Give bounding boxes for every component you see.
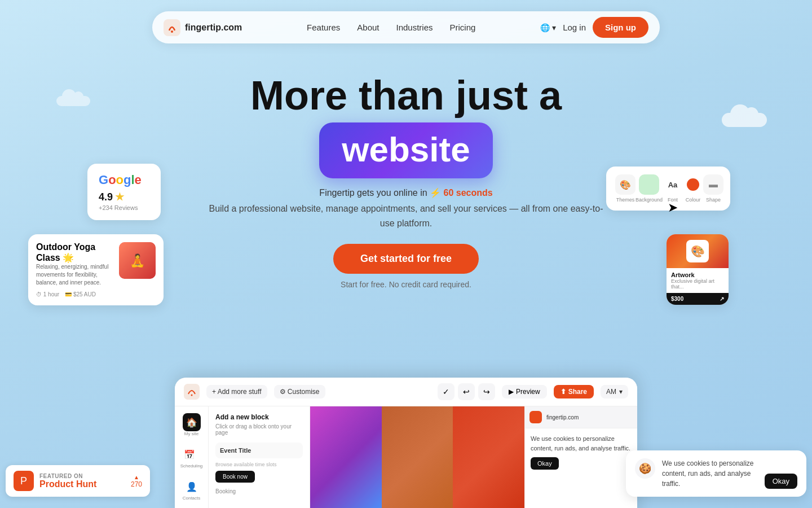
- preview-button[interactable]: ▶ Preview: [502, 385, 547, 398]
- colour-option[interactable]: Colour: [683, 174, 703, 203]
- artwork-image: 🎨: [667, 234, 729, 268]
- google-logo: Google: [99, 173, 149, 187]
- artwork-arrow-icon: ↗: [720, 296, 724, 302]
- background-option[interactable]: Background: [636, 174, 663, 203]
- cookie-text: We use cookies to personalize content, r…: [662, 458, 758, 489]
- ph-number: 270: [131, 480, 142, 488]
- rating-row: 4.9 ★: [99, 191, 149, 203]
- cookie-icon: 🍪: [635, 458, 655, 479]
- ph-featured-label: FEATURED ON: [39, 473, 125, 479]
- yoga-image: 🧘: [119, 242, 156, 279]
- nav-industries[interactable]: Industries: [396, 23, 433, 32]
- editor-topbar: + Add more stuff ⚙ Customise ✓ ↩ ↪ ▶ Pre…: [175, 378, 637, 406]
- signup-button[interactable]: Sign up: [593, 17, 648, 38]
- background-label: Background: [636, 197, 663, 203]
- canvas-image-1: [310, 406, 382, 508]
- right-panel-url: fingertip.com: [546, 414, 579, 421]
- time-label: AM: [606, 388, 616, 396]
- hero-subtitle-pre: Fingertip gets you online in ⚡: [319, 188, 443, 198]
- home-icon: 🏠: [183, 413, 201, 431]
- colour-icon: [683, 174, 703, 195]
- book-now-button[interactable]: Book now: [215, 471, 255, 483]
- rating-value: 4.9: [99, 191, 113, 203]
- customise-button[interactable]: ⚙ Customise: [274, 385, 325, 398]
- yoga-desc: Relaxing, energizing, mindful movements …: [36, 263, 113, 287]
- undo-button[interactable]: ↩: [458, 383, 475, 400]
- share-icon: ⬆: [561, 388, 566, 396]
- event-sub: Browse available time slots: [215, 462, 303, 467]
- theme-options-row: 🎨 Themes Background Aa Font Colour ▬ Sha…: [615, 174, 721, 203]
- sidebar-item-mysite[interactable]: 🏠 My site: [183, 413, 201, 436]
- yoga-price: 💳 $25 AUD: [65, 291, 96, 297]
- canvas-image-grid: [310, 406, 524, 508]
- editor-body: 🏠 My site 📅 Scheduling 👤 Contacts Add a …: [175, 406, 637, 508]
- hero-website-pill: website: [319, 122, 492, 178]
- share-label: Share: [568, 388, 587, 396]
- event-title-block[interactable]: Event Title: [215, 443, 303, 458]
- cta-button[interactable]: Get started for free: [333, 244, 479, 274]
- navbar: fingertip.com Features About Industries …: [152, 11, 660, 43]
- play-icon: ▶: [509, 388, 514, 396]
- nav-actions: 🌐 ▾ Log in Sign up: [540, 17, 648, 38]
- ph-text: FEATURED ON Product Hunt: [39, 473, 125, 489]
- nav-about[interactable]: About: [357, 23, 379, 32]
- font-option[interactable]: Aa Font: [663, 174, 683, 203]
- hero-description: Build a professional website, manage app…: [209, 202, 603, 230]
- font-icon: Aa: [663, 174, 683, 195]
- editor-canvas: [310, 406, 524, 508]
- contacts-icon: 👤: [183, 478, 201, 496]
- right-panel: fingertip.com We use cookies to personal…: [524, 406, 637, 508]
- panel-subtitle: Click or drag a block onto your page: [215, 423, 303, 436]
- product-hunt-badge[interactable]: P FEATURED ON Product Hunt ▲ 270: [6, 465, 150, 497]
- artwork-price-bar[interactable]: $300 ↗: [667, 293, 729, 305]
- cta-subtitle: Start for free. No credit card required.: [341, 280, 471, 289]
- nav-features[interactable]: Features: [307, 23, 340, 32]
- panel-title: Add a new block: [215, 413, 303, 421]
- shape-option[interactable]: ▬ Shape: [703, 174, 723, 203]
- artwork-price: $300: [671, 296, 683, 302]
- google-rating-card: Google 4.9 ★ +234 Reviews: [87, 164, 161, 220]
- language-button[interactable]: 🌐 ▾: [540, 23, 556, 32]
- login-button[interactable]: Log in: [563, 23, 586, 32]
- themes-label: Themes: [615, 197, 636, 203]
- time-button[interactable]: AM ▾: [601, 385, 628, 398]
- hero-subtitle-orange: 60 seconds: [443, 188, 492, 198]
- nav-pricing[interactable]: Pricing: [450, 23, 476, 32]
- shape-icon: ▬: [703, 174, 723, 195]
- themes-option[interactable]: 🎨 Themes: [615, 174, 636, 203]
- brand-name: fingertip.com: [185, 23, 242, 33]
- block-list: Event Title Browse available time slots …: [215, 443, 303, 494]
- lang-arrow-icon: ▾: [552, 23, 556, 32]
- canvas-image-3: [453, 406, 524, 508]
- right-panel-icon: [529, 411, 542, 423]
- editor-sidebar: 🏠 My site 📅 Scheduling 👤 Contacts: [175, 406, 209, 508]
- colour-label: Colour: [683, 197, 703, 203]
- artwork-card: 🎨 Artwork Exclusive digital art that... …: [667, 234, 729, 305]
- globe-icon: 🌐: [540, 23, 550, 32]
- inner-okay-button[interactable]: Okay: [531, 457, 559, 470]
- yoga-class-card: Outdoor Yoga Class 🌟 Relaxing, energizin…: [28, 234, 164, 305]
- artwork-title: Artwork: [671, 271, 724, 278]
- star-icon: ★: [115, 191, 124, 203]
- cloud-decoration-1: [722, 113, 767, 127]
- booking-label: Booking: [215, 488, 303, 494]
- editor-preview: + Add more stuff ⚙ Customise ✓ ↩ ↪ ▶ Pre…: [175, 378, 637, 508]
- artwork-info: Artwork Exclusive digital art that...: [667, 268, 729, 291]
- add-block-button[interactable]: + Add more stuff: [206, 385, 267, 398]
- hero-subtitle: Fingertip gets you online in ⚡ 60 second…: [209, 187, 603, 198]
- brand-logo[interactable]: fingertip.com: [164, 19, 242, 36]
- yoga-title: Outdoor Yoga Class 🌟: [36, 242, 113, 263]
- cookie-okay-button[interactable]: Okay: [765, 474, 797, 489]
- product-hunt-icon: P: [14, 471, 34, 491]
- preview-label: Preview: [516, 388, 540, 396]
- check-button[interactable]: ✓: [438, 383, 454, 400]
- ph-name: Product Hunt: [39, 479, 125, 489]
- sidebar-item-scheduling[interactable]: 📅 Scheduling: [180, 445, 203, 468]
- share-button[interactable]: ⬆ Share: [554, 385, 594, 398]
- sidebar-item-contacts[interactable]: 👤 Contacts: [183, 478, 201, 501]
- shape-label: Shape: [703, 197, 723, 203]
- hero-section: More than just a website Fingertip gets …: [209, 73, 603, 290]
- background-icon: [639, 174, 659, 195]
- yoga-duration: ⏱ 1 hour: [36, 291, 59, 297]
- redo-button[interactable]: ↪: [478, 383, 495, 400]
